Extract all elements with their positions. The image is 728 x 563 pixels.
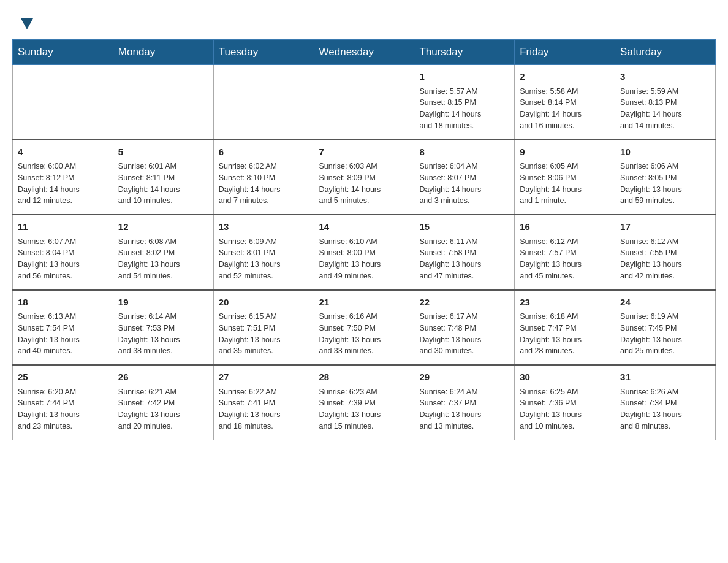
- weekday-header-wednesday: Wednesday: [314, 40, 414, 65]
- day-info: Sunrise: 6:12 AMSunset: 7:55 PMDaylight:…: [620, 236, 710, 282]
- day-number: 2: [520, 70, 610, 84]
- calendar-cell: 24Sunrise: 6:19 AMSunset: 7:45 PMDayligh…: [615, 290, 716, 366]
- calendar-cell: 5Sunrise: 6:01 AMSunset: 8:11 PMDaylight…: [113, 140, 213, 215]
- calendar-week-row: 11Sunrise: 6:07 AMSunset: 8:04 PMDayligh…: [13, 215, 716, 290]
- calendar-cell: 13Sunrise: 6:09 AMSunset: 8:01 PMDayligh…: [213, 215, 314, 290]
- logo: [18, 18, 36, 29]
- calendar-cell: 9Sunrise: 6:05 AMSunset: 8:06 PMDaylight…: [515, 140, 615, 215]
- calendar-cell: [113, 65, 213, 140]
- day-info: Sunrise: 6:21 AMSunset: 7:42 PMDaylight:…: [118, 386, 208, 432]
- day-number: 6: [219, 145, 309, 159]
- calendar-cell: 1Sunrise: 5:57 AMSunset: 8:15 PMDaylight…: [414, 65, 515, 140]
- day-info: Sunrise: 6:16 AMSunset: 7:50 PMDaylight:…: [319, 311, 409, 357]
- day-info: Sunrise: 6:12 AMSunset: 7:57 PMDaylight:…: [520, 236, 610, 282]
- page-header: [12, 12, 716, 29]
- calendar-week-row: 18Sunrise: 6:13 AMSunset: 7:54 PMDayligh…: [13, 290, 716, 366]
- day-number: 14: [319, 220, 409, 234]
- day-number: 12: [118, 220, 208, 234]
- day-info: Sunrise: 6:26 AMSunset: 7:34 PMDaylight:…: [620, 386, 710, 432]
- day-number: 21: [319, 296, 409, 310]
- calendar-cell: [314, 65, 414, 140]
- day-number: 5: [118, 145, 208, 159]
- day-info: Sunrise: 6:20 AMSunset: 7:44 PMDaylight:…: [18, 386, 108, 432]
- calendar-cell: 8Sunrise: 6:04 AMSunset: 8:07 PMDaylight…: [414, 140, 515, 215]
- calendar-cell: 28Sunrise: 6:23 AMSunset: 7:39 PMDayligh…: [314, 365, 414, 440]
- calendar-cell: 19Sunrise: 6:14 AMSunset: 7:53 PMDayligh…: [113, 290, 213, 366]
- day-number: 24: [620, 296, 710, 310]
- weekday-header-sunday: Sunday: [13, 40, 113, 65]
- day-info: Sunrise: 6:02 AMSunset: 8:10 PMDaylight:…: [219, 161, 309, 207]
- day-info: Sunrise: 6:23 AMSunset: 7:39 PMDaylight:…: [319, 386, 409, 432]
- day-info: Sunrise: 6:03 AMSunset: 8:09 PMDaylight:…: [319, 161, 409, 207]
- day-info: Sunrise: 6:15 AMSunset: 7:51 PMDaylight:…: [219, 311, 309, 357]
- day-number: 19: [118, 296, 208, 310]
- calendar-cell: 29Sunrise: 6:24 AMSunset: 7:37 PMDayligh…: [414, 365, 515, 440]
- calendar-cell: 14Sunrise: 6:10 AMSunset: 8:00 PMDayligh…: [314, 215, 414, 290]
- day-info: Sunrise: 6:09 AMSunset: 8:01 PMDaylight:…: [219, 236, 309, 282]
- calendar-cell: 4Sunrise: 6:00 AMSunset: 8:12 PMDaylight…: [13, 140, 113, 215]
- day-info: Sunrise: 6:08 AMSunset: 8:02 PMDaylight:…: [118, 236, 208, 282]
- calendar-cell: 3Sunrise: 5:59 AMSunset: 8:13 PMDaylight…: [615, 65, 716, 140]
- day-number: 22: [419, 296, 509, 310]
- calendar-cell: 12Sunrise: 6:08 AMSunset: 8:02 PMDayligh…: [113, 215, 213, 290]
- weekday-header-tuesday: Tuesday: [213, 40, 314, 65]
- calendar-week-row: 1Sunrise: 5:57 AMSunset: 8:15 PMDaylight…: [13, 65, 716, 140]
- day-number: 23: [520, 296, 610, 310]
- day-info: Sunrise: 6:13 AMSunset: 7:54 PMDaylight:…: [18, 311, 108, 357]
- calendar-cell: 21Sunrise: 6:16 AMSunset: 7:50 PMDayligh…: [314, 290, 414, 366]
- day-number: 1: [419, 70, 509, 84]
- day-info: Sunrise: 6:06 AMSunset: 8:05 PMDaylight:…: [620, 161, 710, 207]
- day-number: 4: [18, 145, 108, 159]
- calendar-cell: 22Sunrise: 6:17 AMSunset: 7:48 PMDayligh…: [414, 290, 515, 366]
- day-number: 16: [520, 220, 610, 234]
- day-number: 17: [620, 220, 710, 234]
- day-number: 20: [219, 296, 309, 310]
- day-info: Sunrise: 6:14 AMSunset: 7:53 PMDaylight:…: [118, 311, 208, 357]
- day-info: Sunrise: 6:11 AMSunset: 7:58 PMDaylight:…: [419, 236, 509, 282]
- day-number: 25: [18, 370, 108, 385]
- calendar-cell: 7Sunrise: 6:03 AMSunset: 8:09 PMDaylight…: [314, 140, 414, 215]
- day-info: Sunrise: 6:24 AMSunset: 7:37 PMDaylight:…: [419, 386, 509, 432]
- calendar-cell: 6Sunrise: 6:02 AMSunset: 8:10 PMDaylight…: [213, 140, 314, 215]
- calendar-cell: 16Sunrise: 6:12 AMSunset: 7:57 PMDayligh…: [515, 215, 615, 290]
- day-number: 28: [319, 370, 409, 385]
- calendar-cell: [13, 65, 113, 140]
- calendar-cell: 10Sunrise: 6:06 AMSunset: 8:05 PMDayligh…: [615, 140, 716, 215]
- day-number: 3: [620, 70, 710, 84]
- calendar-cell: 20Sunrise: 6:15 AMSunset: 7:51 PMDayligh…: [213, 290, 314, 366]
- day-number: 11: [18, 220, 108, 234]
- day-info: Sunrise: 6:05 AMSunset: 8:06 PMDaylight:…: [520, 161, 610, 207]
- day-number: 27: [219, 370, 309, 385]
- day-number: 30: [520, 370, 610, 385]
- day-info: Sunrise: 6:10 AMSunset: 8:00 PMDaylight:…: [319, 236, 409, 282]
- calendar-cell: 25Sunrise: 6:20 AMSunset: 7:44 PMDayligh…: [13, 365, 113, 440]
- day-info: Sunrise: 5:59 AMSunset: 8:13 PMDaylight:…: [620, 86, 710, 132]
- day-info: Sunrise: 6:07 AMSunset: 8:04 PMDaylight:…: [18, 236, 108, 282]
- calendar-cell: 2Sunrise: 5:58 AMSunset: 8:14 PMDaylight…: [515, 65, 615, 140]
- day-info: Sunrise: 6:22 AMSunset: 7:41 PMDaylight:…: [219, 386, 309, 432]
- calendar-cell: [213, 65, 314, 140]
- weekday-header-thursday: Thursday: [414, 40, 515, 65]
- day-info: Sunrise: 5:57 AMSunset: 8:15 PMDaylight:…: [419, 86, 509, 132]
- logo-triangle-icon: [21, 18, 33, 29]
- day-info: Sunrise: 6:00 AMSunset: 8:12 PMDaylight:…: [18, 161, 108, 207]
- day-info: Sunrise: 6:17 AMSunset: 7:48 PMDaylight:…: [419, 311, 509, 357]
- day-info: Sunrise: 6:01 AMSunset: 8:11 PMDaylight:…: [118, 161, 208, 207]
- day-number: 8: [419, 145, 509, 159]
- day-number: 26: [118, 370, 208, 385]
- day-number: 31: [620, 370, 710, 385]
- day-number: 29: [419, 370, 509, 385]
- calendar-week-row: 4Sunrise: 6:00 AMSunset: 8:12 PMDaylight…: [13, 140, 716, 215]
- day-number: 18: [18, 296, 108, 310]
- calendar-cell: 30Sunrise: 6:25 AMSunset: 7:36 PMDayligh…: [515, 365, 615, 440]
- calendar-table: SundayMondayTuesdayWednesdayThursdayFrid…: [12, 39, 716, 440]
- day-number: 15: [419, 220, 509, 234]
- weekday-header-saturday: Saturday: [615, 40, 716, 65]
- calendar-cell: 17Sunrise: 6:12 AMSunset: 7:55 PMDayligh…: [615, 215, 716, 290]
- calendar-week-row: 25Sunrise: 6:20 AMSunset: 7:44 PMDayligh…: [13, 365, 716, 440]
- weekday-header-monday: Monday: [113, 40, 213, 65]
- day-info: Sunrise: 6:25 AMSunset: 7:36 PMDaylight:…: [520, 386, 610, 432]
- calendar-cell: 18Sunrise: 6:13 AMSunset: 7:54 PMDayligh…: [13, 290, 113, 366]
- calendar-cell: 27Sunrise: 6:22 AMSunset: 7:41 PMDayligh…: [213, 365, 314, 440]
- day-info: Sunrise: 6:18 AMSunset: 7:47 PMDaylight:…: [520, 311, 610, 357]
